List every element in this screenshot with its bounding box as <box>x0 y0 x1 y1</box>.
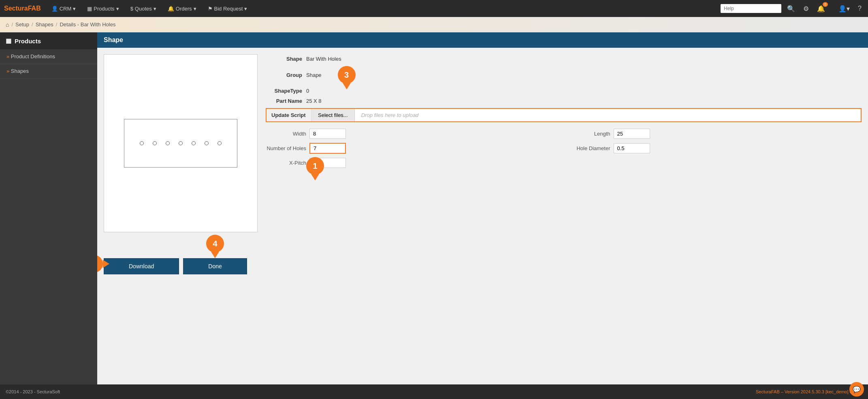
shape-preview <box>104 54 258 232</box>
update-script-section: Update Script Select files... Drop files… <box>266 108 862 122</box>
notification-icon[interactable]: 🔔0 <box>815 3 833 14</box>
group-row: Group Shape 3 <box>266 66 862 84</box>
download-button[interactable]: Download <box>104 258 179 274</box>
holes-row <box>140 141 222 145</box>
content-header: Shape <box>97 32 868 48</box>
updatescript-label: Update Script <box>267 109 311 121</box>
content-body: Shape Bar With Holes Group Shape 3 S <box>97 48 868 250</box>
balloon-2-container: 2 <box>97 255 103 273</box>
numholes-label: Number of Holes <box>266 145 306 151</box>
holediameter-input[interactable] <box>614 143 650 153</box>
hole-3 <box>166 141 170 145</box>
length-label: Length <box>570 131 610 137</box>
hole-1 <box>140 141 144 145</box>
sidebar-title: ▦ Products <box>0 32 97 49</box>
sidebar: ▦ Products Product Definitions Shapes <box>0 32 97 384</box>
form-section: Shape Bar With Holes Group Shape 3 S <box>266 54 862 244</box>
partname-value: 25 X 8 <box>306 98 322 104</box>
shape-value: Bar With Holes <box>306 56 341 62</box>
hole-7 <box>218 141 222 145</box>
numholes-input[interactable] <box>309 143 346 154</box>
footer-right: SecturaFAB – Version 2024.5.30.3 [kec_de… <box>756 389 862 394</box>
width-row: Width <box>266 129 558 139</box>
action-row: 2 Download Done 4 <box>97 258 868 281</box>
fields-grid: Width Length Number of Holes <box>266 129 862 168</box>
drop-zone[interactable]: Drop files here to upload <box>355 109 861 121</box>
nav-right: 🔍 ⚙ 🔔0 👤▾ ? <box>721 3 864 14</box>
home-icon[interactable]: ⌂ <box>6 21 9 28</box>
chat-icon: 💬 <box>853 386 861 393</box>
hole-4 <box>179 141 183 145</box>
nav-orders[interactable]: 🔔 Orders ▾ <box>163 3 201 14</box>
settings-icon[interactable]: ⚙ <box>801 3 811 14</box>
help-icon[interactable]: ? <box>855 3 864 14</box>
width-input[interactable] <box>309 129 346 139</box>
hole-5 <box>192 141 196 145</box>
balloon-4-container: Done 4 <box>183 258 247 274</box>
group-label: Group <box>266 72 302 78</box>
balloon-2: 2 <box>97 255 103 273</box>
sidebar-item-shapes[interactable]: Shapes <box>0 64 97 79</box>
shapetype-row: ShapeType 0 <box>266 88 862 94</box>
breadcrumb-details: Details - Bar With Holes <box>60 21 115 28</box>
hole-2 <box>153 141 157 145</box>
nav-quotes[interactable]: $ Quotes ▾ <box>126 3 161 14</box>
brand: SecturaFAB <box>4 5 41 12</box>
partname-label: Part Name <box>266 98 302 104</box>
main-layout: ▦ Products Product Definitions Shapes Sh… <box>0 32 868 384</box>
numholes-row: Number of Holes 1 <box>266 143 558 154</box>
nav-crm[interactable]: 👤 CRM ▾ <box>47 3 81 14</box>
search-icon[interactable]: 🔍 <box>785 3 798 14</box>
sidebar-item-product-definitions[interactable]: Product Definitions <box>0 49 97 64</box>
hole-6 <box>205 141 209 145</box>
holediameter-row: Hole Diameter <box>570 143 862 154</box>
navbar: SecturaFAB 👤 CRM ▾ ▦ Products ▾ $ Quotes… <box>0 0 868 17</box>
holediameter-label: Hole Diameter <box>570 145 610 151</box>
content-area: Shape <box>97 32 868 384</box>
shape-preview-wrapper <box>104 54 258 244</box>
grid-icon: ▦ <box>6 37 11 45</box>
shapetype-label: ShapeType <box>266 88 302 94</box>
balloon-1: 1 <box>306 157 324 175</box>
width-label: Width <box>266 131 306 137</box>
shape-inner-box <box>124 119 237 168</box>
done-button[interactable]: Done <box>183 258 247 274</box>
user-icon[interactable]: 👤▾ <box>836 3 852 14</box>
nav-bid-request[interactable]: ⚑ Bid Request ▾ <box>203 3 252 14</box>
balloon-3-container: 3 <box>338 66 356 84</box>
length-row: Length <box>570 129 862 139</box>
nav-products[interactable]: ▦ Products ▾ <box>82 3 124 14</box>
breadcrumb: ⌂ / Setup / Shapes / Details - Bar With … <box>0 17 868 32</box>
breadcrumb-shapes[interactable]: Shapes <box>36 21 53 28</box>
shape-row: Shape Bar With Holes <box>266 56 862 62</box>
footer: ©2014 - 2023 - SecturaSoft SecturaFAB – … <box>0 384 868 399</box>
balloon-1-container: 1 <box>306 157 324 175</box>
xpitch-label: X-Pitch <box>266 160 306 166</box>
group-value: Shape <box>306 72 322 78</box>
upload-inner: Select files... Drop files here to uploa… <box>311 109 861 121</box>
footer-left: ©2014 - 2023 - SecturaSoft <box>6 389 60 394</box>
chat-button[interactable]: 💬 <box>849 382 864 397</box>
length-input[interactable] <box>614 129 650 139</box>
partname-row: Part Name 25 X 8 <box>266 98 862 104</box>
shape-label: Shape <box>266 56 302 62</box>
select-files-button[interactable]: Select files... <box>311 109 355 121</box>
search-input[interactable] <box>721 4 781 13</box>
balloon-3: 3 <box>338 66 356 84</box>
balloon-4: 4 <box>206 235 224 253</box>
breadcrumb-setup[interactable]: Setup <box>15 21 29 28</box>
shapetype-value: 0 <box>306 88 309 94</box>
